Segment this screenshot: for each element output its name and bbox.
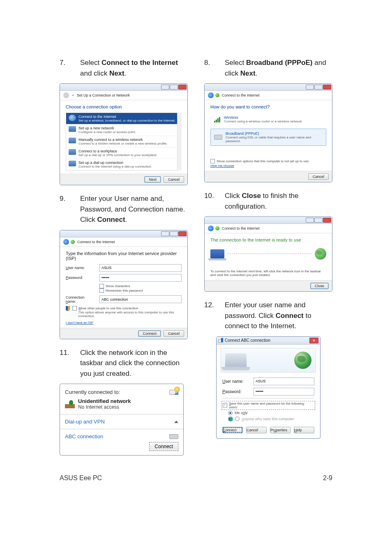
option-dialup[interactable]: Set up a dial-up connection Connect to t…	[66, 159, 181, 170]
me-only-radio[interactable]	[228, 411, 233, 415]
options-list: Connect to the Internet Set up a wireles…	[66, 113, 182, 170]
username-input[interactable]	[99, 264, 182, 272]
heading: Choose a connection option	[66, 104, 182, 109]
footer-left: ASUS Eee PC	[60, 474, 102, 482]
window-title: Connect to the Internet	[77, 240, 115, 244]
maximize-icon[interactable]	[314, 218, 323, 223]
allow-others-checkbox[interactable]	[72, 306, 77, 311]
step-num: 10.	[204, 191, 225, 212]
option-manual-wireless[interactable]: Manually connect to a wireless network C…	[66, 136, 181, 147]
modem-icon	[214, 135, 222, 140]
anyone-label: Anyone who uses this computer	[242, 417, 294, 421]
step-num: 9.	[60, 193, 80, 225]
username-input[interactable]	[254, 377, 314, 385]
step-10-text: 10. Click Close to finish the configurat…	[204, 191, 332, 212]
connect-button[interactable]: Connect	[149, 442, 178, 451]
connect-button[interactable]: Connect	[138, 330, 161, 337]
save-credentials-label: Save this user name and password for the…	[229, 402, 314, 409]
password-input[interactable]	[254, 388, 314, 396]
cancel-button[interactable]: Cancel	[246, 427, 267, 433]
close-icon[interactable]	[323, 218, 331, 223]
isp-info-window: ← Connect to the Internet Type the infor…	[60, 230, 188, 339]
back-icon[interactable]: ←	[208, 92, 214, 98]
dialup-vpn-section[interactable]: Dial-up and VPN	[60, 414, 183, 429]
abc-connection-label: ABC connection	[65, 433, 103, 440]
maximize-icon[interactable]	[170, 85, 178, 90]
step-num: 8.	[204, 58, 225, 78]
step-9-text: 9. Enter your User name and, Password, a…	[60, 193, 188, 225]
remember-password-checkbox[interactable]	[99, 288, 104, 293]
connect-button[interactable]: Connect	[222, 427, 243, 433]
step-7-text: 7. Select Connect to the Internet and cl…	[60, 58, 188, 78]
shield-icon	[66, 306, 70, 311]
connect-abc-dialog: Connect ABC connection × User name:	[216, 336, 321, 439]
close-icon[interactable]	[323, 85, 331, 90]
minimize-icon[interactable]	[306, 85, 314, 90]
cancel-button[interactable]: Cancel	[164, 330, 184, 337]
network-icon	[218, 338, 223, 343]
no-internet-access-label: No Internet access	[78, 404, 131, 410]
maximize-icon[interactable]	[314, 85, 323, 90]
shield-icon: 🔹	[71, 93, 75, 97]
save-credentials-checkbox[interactable]	[223, 403, 227, 407]
properties-button[interactable]: Properties	[270, 427, 291, 433]
network-flyout: Currently connected to: Unidentified net…	[60, 384, 184, 456]
next-button[interactable]: Next	[144, 176, 161, 183]
back-icon[interactable]: ←	[63, 239, 69, 245]
globe-icon	[215, 93, 219, 97]
close-button[interactable]: Close	[310, 283, 329, 289]
minimize-icon[interactable]	[161, 85, 169, 90]
minimize-icon[interactable]	[161, 231, 169, 236]
close-icon[interactable]	[178, 85, 187, 90]
footer-right: 2-9	[323, 474, 332, 482]
wireless-icon	[69, 138, 76, 143]
step-11-text: 11. Click the network icon in the taskba…	[60, 347, 188, 379]
step-12-text: 12. Enter your user name and password. C…	[204, 300, 332, 331]
laptop-icon	[210, 249, 224, 258]
connection-art	[210, 248, 326, 260]
help-button[interactable]: Help	[294, 427, 314, 433]
step-num: 12.	[204, 300, 225, 331]
cancel-button[interactable]: Cancel	[164, 176, 184, 183]
connection-ready-window: ← Connect to the Internet The connection…	[204, 216, 332, 292]
step-num: 11.	[60, 347, 80, 379]
close-icon[interactable]: ×	[309, 338, 318, 343]
heading: The connection to the Internet is ready …	[210, 237, 326, 242]
back-icon: ←	[63, 92, 69, 98]
no-isp-link[interactable]: I don't have an ISP	[66, 321, 93, 324]
dialup-vpn-label: Dial-up and VPN	[65, 419, 105, 425]
show-more-options-label: Show connection options that this comput…	[217, 159, 309, 163]
connection-name-input[interactable]	[99, 295, 182, 303]
chevron-up-icon	[174, 421, 178, 423]
globe-icon	[315, 248, 326, 260]
connection-name-label: Connection name:	[66, 295, 95, 304]
option-new-network[interactable]: Set up a new network Configure a new rou…	[66, 124, 181, 136]
connect-method-window: ← Connect to the Internet How do you wan…	[204, 83, 332, 182]
back-icon[interactable]: ←	[208, 226, 214, 231]
password-label: Password:	[222, 389, 249, 394]
show-more-options-checkbox[interactable]	[210, 159, 215, 163]
globe-icon	[69, 115, 76, 121]
show-characters-label: Show characters	[106, 284, 130, 288]
me-only-label: Me only	[235, 411, 248, 415]
password-input[interactable]	[99, 274, 182, 282]
unidentified-network-label: Unidentified network	[78, 398, 131, 404]
cancel-button[interactable]: Cancel	[308, 173, 329, 180]
allow-others-sub: This option allows anyone with access to…	[78, 311, 182, 318]
option-wireless[interactable]: Wireless Connect using a wireless router…	[210, 113, 326, 126]
show-characters-checkbox[interactable]	[99, 284, 104, 288]
close-icon[interactable]	[178, 231, 187, 236]
minimize-icon[interactable]	[306, 218, 314, 223]
option-workplace[interactable]: Connect to a workplace Set up a dial-up …	[66, 147, 181, 159]
phone-icon	[69, 161, 76, 166]
refresh-icon[interactable]	[174, 387, 180, 392]
maximize-icon[interactable]	[170, 231, 178, 236]
scrollbar[interactable]	[177, 113, 182, 170]
briefcase-icon	[69, 149, 76, 155]
globe-icon	[294, 352, 311, 369]
option-connect-internet[interactable]: Connect to the Internet Set up a wireles…	[66, 113, 181, 124]
hint-text: To connect to the Internet next time, le…	[210, 269, 326, 277]
help-me-choose-link[interactable]: Help me choose	[210, 164, 234, 168]
abc-connection-item[interactable]: ABC connection	[60, 429, 183, 444]
option-broadband-pppoe[interactable]: Broadband (PPPoE) Connect using DSL or c…	[210, 129, 326, 146]
